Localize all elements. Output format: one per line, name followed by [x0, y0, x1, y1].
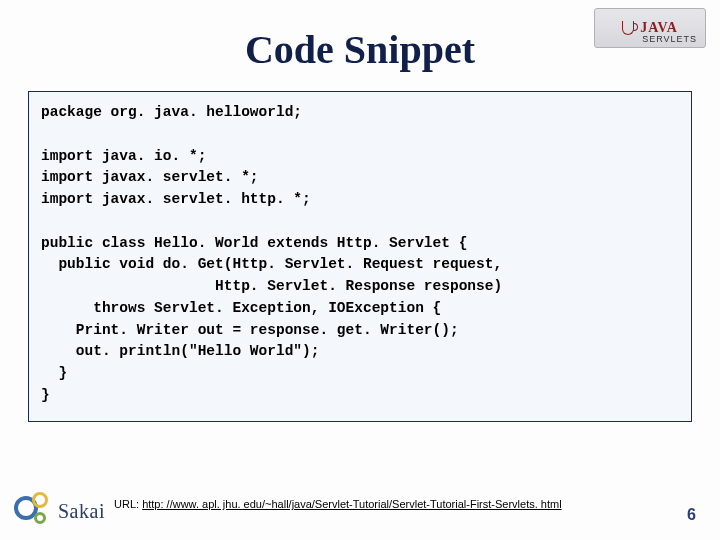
sakai-logo: Sakai	[14, 492, 105, 530]
coffee-cup-icon	[622, 21, 634, 35]
sakai-text: Sakai	[58, 500, 105, 523]
page-number: 6	[687, 506, 696, 524]
url-label: URL:	[114, 498, 142, 510]
source-url-line: URL: http: //www. apl. jhu. edu/~hall/ja…	[114, 498, 562, 510]
footer: Sakai URL: http: //www. apl. jhu. edu/~h…	[0, 472, 720, 540]
slide: JAVA SERVLETS Code Snippet package org. …	[0, 0, 720, 540]
logo-subtitle: SERVLETS	[642, 34, 697, 44]
java-servlets-logo: JAVA SERVLETS	[594, 8, 706, 48]
source-url-link[interactable]: http: //www. apl. jhu. edu/~hall/java/Se…	[142, 498, 561, 510]
code-snippet: package org. java. helloworld; import ja…	[28, 91, 692, 422]
sakai-rings-icon	[14, 492, 52, 530]
